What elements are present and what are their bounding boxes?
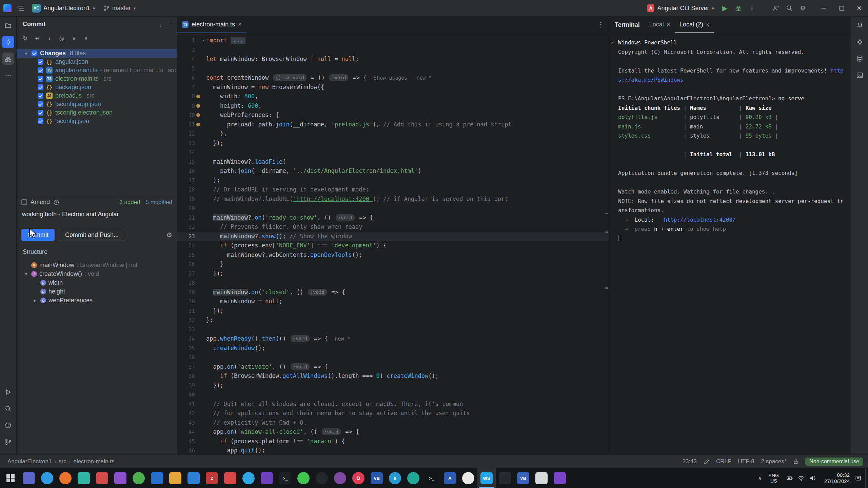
taskbar-app-6-icon[interactable] [111,468,130,488]
changed-file-row[interactable]: TSelectron-main.tssrc [17,75,177,83]
taskbar-opera-icon[interactable]: O [349,468,368,488]
code-line[interactable]: 37 app.on('activate', () :void => { [177,362,609,372]
file-checkbox[interactable] [38,101,43,107]
code-line[interactable]: 18 // Or loadURL if serving in developme… [177,185,609,195]
caret-position[interactable]: 23:43 [682,458,697,465]
changed-file-row[interactable]: {}tsconfig.app.json [17,100,177,108]
structure-item[interactable]: vmainWindow: BrowserWindow | null [17,261,177,269]
changed-file-row[interactable]: {}angular.json [17,58,177,66]
tab-close-icon[interactable]: × [667,22,670,28]
line-number[interactable]: 18 [177,185,195,195]
taskbar-app-22-icon[interactable] [404,468,422,488]
line-number[interactable]: 34 [177,334,195,344]
code-line[interactable]: 32}; [177,316,609,325]
code-line[interactable]: 16 path.join(__dirname, '../dist/Angular… [177,166,609,176]
line-number[interactable]: 22 [177,222,195,232]
structure-item[interactable]: ▸pwebPreferences [17,296,177,305]
code-line[interactable]: 4let mainWindow: BrowserWindow | null = … [177,55,609,64]
code-line[interactable]: 33 [177,325,609,334]
line-separator-indicator[interactable]: CRLF [716,458,731,465]
commit-options-gear-icon[interactable]: ⚙ [166,231,172,239]
line-number[interactable]: 1 [177,36,195,45]
ai-assistant-icon[interactable] [854,36,866,48]
toolwindow-structure-icon[interactable] [2,53,14,65]
changed-file-row[interactable]: TSangular-main.ts - renamed from main.ts… [17,66,177,75]
line-number[interactable]: 24 [177,241,195,250]
refresh-icon[interactable]: ↻ [20,34,30,43]
project-widget[interactable]: AE AngularElectron1 ▾ [28,2,99,14]
changes-checkbox[interactable] [32,50,37,56]
hide-panel-icon[interactable]: ─ [169,20,173,28]
changed-file-row[interactable]: {}tsconfig.json [17,117,177,125]
search-everywhere-icon[interactable] [783,2,795,14]
line-number[interactable]: 40 [177,390,195,400]
taskbar-zotero-icon[interactable]: Z [203,468,221,488]
wifi-icon[interactable] [798,475,805,482]
code-line[interactable]: 8 width: 800, [177,92,609,101]
terminal-output[interactable]: ✓Windows PowerShellCopyright (C) Microso… [609,33,851,454]
line-number[interactable]: 8 [177,92,195,101]
tab-close-icon[interactable]: × [238,21,242,28]
more-actions-icon[interactable]: ⋮ [746,2,758,14]
taskbar-app-1-icon[interactable] [20,468,38,488]
code-line[interactable]: 19 // mainWindow?.loadURL('http://localh… [177,195,609,204]
code-line[interactable]: 20 [177,204,609,213]
code-line[interactable]: 11 preload: path.join(__dirname, 'preloa… [177,120,609,129]
chevron-down-icon[interactable]: ▾ [23,51,29,56]
terminal-tab[interactable]: Local (2)× [675,21,714,33]
file-checkbox[interactable] [38,110,43,116]
code-line[interactable]: 24 if (process.env['NODE_ENV'] === 'deve… [177,241,609,250]
file-checkbox[interactable] [38,76,43,82]
taskbar-app-27-icon[interactable] [496,468,514,488]
taskbar-vscode-icon[interactable] [184,468,203,488]
code-line[interactable]: 23 mainWindow?.show(); // Show the windo… [177,232,609,241]
diff-preview-icon[interactable]: ◎ [57,34,67,43]
toolwindow-run-icon[interactable] [2,386,14,398]
editor-tab[interactable]: TS electron-main.ts × [177,17,246,33]
code-line[interactable]: 29 mainWindow.on('closed', () :void => { [177,288,609,297]
line-number[interactable]: 10 [177,110,195,120]
line-number[interactable]: 3 [177,45,195,55]
editor-tab-options-icon[interactable]: ⋮ [592,21,609,28]
database-icon[interactable] [854,53,866,65]
code-line[interactable]: 13 }); [177,139,609,148]
line-number[interactable]: 9 [177,101,195,111]
toolwindow-search-icon[interactable] [2,403,14,415]
settings-gear-icon[interactable]: ⚙ [797,2,809,14]
taskbar-app-7-icon[interactable] [130,468,148,488]
file-checkbox[interactable] [38,84,43,90]
line-number[interactable]: 15 [177,157,195,167]
taskbar-cmd-icon[interactable]: >_ [276,468,294,488]
line-number[interactable]: 17 [177,176,195,185]
code-line[interactable]: 1▸import ... [177,36,609,45]
line-number[interactable]: 16 [177,166,195,176]
encoding-indicator[interactable]: UTF-8 [738,458,754,465]
line-number[interactable]: 42 [177,409,195,418]
line-number[interactable]: 11 [177,120,195,129]
line-number[interactable]: 14 [177,148,195,157]
taskbar-tor-icon[interactable] [331,468,349,488]
battery-icon[interactable] [786,475,793,482]
code-line[interactable]: 30 mainWindow = null; [177,297,609,306]
taskbar-terminal-icon[interactable]: >_ [422,468,441,488]
close-button[interactable]: × [850,0,868,17]
code-line[interactable]: 45 if (process.platform !== 'darwin') { [177,437,609,446]
taskbar-app-14-icon[interactable] [258,468,276,488]
line-number[interactable]: 21 [177,213,195,223]
chevron-down-icon[interactable]: ▾ [23,271,29,277]
changed-file-row[interactable]: {}package.json [17,83,177,92]
code-line[interactable]: 44 app.on('window-all-closed', () :void … [177,427,609,437]
line-number[interactable]: 38 [177,371,195,381]
terminal-link[interactable]: http [830,67,844,74]
code-line[interactable]: 14 [177,148,609,157]
gutter-marker-icon[interactable] [196,104,200,108]
commit-and-push-button[interactable]: Commit and Push... [59,229,125,241]
taskbar-app-4-icon[interactable] [75,468,93,488]
toolwindow-commit-icon[interactable] [2,36,14,48]
code-line[interactable]: 41 // Quit when all windows are closed, … [177,400,609,409]
taskbar-app-30-icon[interactable] [551,468,569,488]
minimize-button[interactable]: ─ [815,0,833,17]
code-line[interactable]: 6const createWindow () => void = () :voi… [177,73,609,83]
action-center-icon[interactable] [854,475,865,481]
amend-checkbox[interactable] [21,199,27,205]
